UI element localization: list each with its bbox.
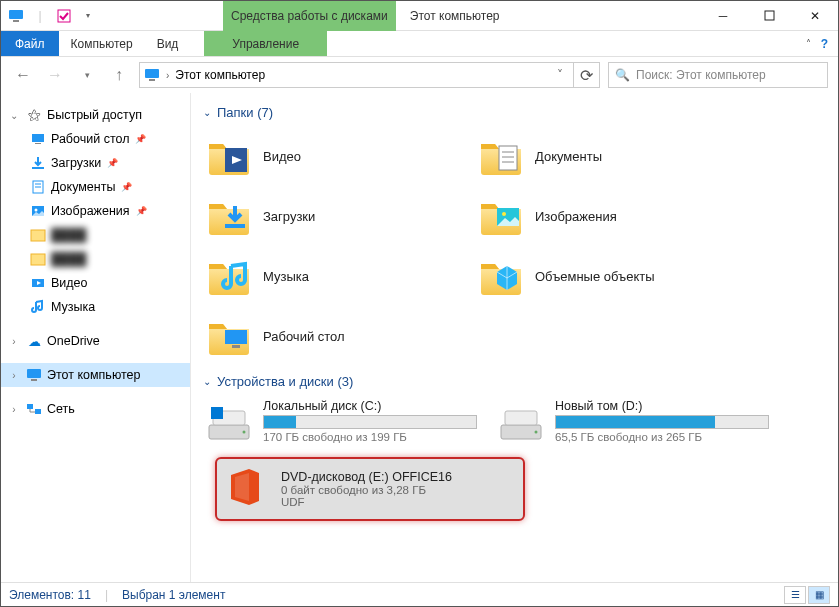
svg-rect-6 <box>765 11 774 20</box>
drive-c[interactable]: Локальный диск (C:)170 ГБ свободно из 19… <box>201 397 481 449</box>
tree-this-pc[interactable]: › Этот компьютер <box>1 363 190 387</box>
folder-pictures[interactable]: Изображения <box>473 188 733 244</box>
folder-label: Объемные объекты <box>535 269 655 284</box>
tab-computer[interactable]: Компьютер <box>59 31 145 56</box>
svg-rect-20 <box>27 369 41 378</box>
tree-quick-item[interactable]: Изображения📌 <box>1 199 190 223</box>
item-label: Видео <box>51 276 88 290</box>
pin-icon: 📌 <box>136 206 147 216</box>
tab-view[interactable]: Вид <box>145 31 191 56</box>
tab-manage[interactable]: Управление <box>204 31 327 56</box>
folder-label: Изображения <box>535 209 617 224</box>
svg-rect-5 <box>58 10 70 22</box>
drive-name: Локальный диск (C:) <box>263 399 477 413</box>
drive-name: DVD-дисковод (E:) OFFICE16 <box>281 470 517 484</box>
drive-d[interactable]: Новый том (D:)65,5 ГБ свободно из 265 ГБ <box>493 397 773 449</box>
drive-dvd[interactable]: DVD-дисковод (E:) OFFICE16 0 байт свобод… <box>215 457 525 521</box>
item-icon <box>29 130 47 148</box>
folder-icon <box>205 192 253 240</box>
title-bar: | ▾ Средства работы с дисками Этот компь… <box>1 1 838 31</box>
contextual-tab-group: Средства работы с дисками <box>223 1 396 31</box>
address-bar[interactable]: › Этот компьютер ˅ <box>139 62 574 88</box>
address-text: Этот компьютер <box>175 68 265 82</box>
svg-rect-21 <box>31 379 37 381</box>
cloud-icon: ☁ <box>25 332 43 350</box>
address-dropdown-icon[interactable]: ˅ <box>551 68 569 82</box>
chevron-down-icon[interactable]: ⌄ <box>7 110 21 121</box>
tree-quick-item[interactable]: Документы📌 <box>1 175 190 199</box>
office-icon <box>223 465 271 513</box>
ribbon-collapse-icon[interactable]: ˄ <box>806 38 811 49</box>
folder-desktop[interactable]: Рабочий стол <box>201 308 461 364</box>
tree-network[interactable]: › Сеть <box>1 397 190 421</box>
folder-icon <box>205 312 253 360</box>
tree-onedrive[interactable]: › ☁ OneDrive <box>1 329 190 353</box>
folder-video[interactable]: Видео <box>201 128 461 184</box>
folder-icon <box>477 132 525 180</box>
pin-icon: 📌 <box>121 182 132 192</box>
svg-rect-33 <box>232 345 240 348</box>
item-icon <box>29 154 47 172</box>
chevron-right-icon[interactable]: › <box>7 404 21 415</box>
help-icon[interactable]: ? <box>821 37 828 51</box>
folder-icon <box>205 252 253 300</box>
network-icon <box>25 400 43 418</box>
file-tab[interactable]: Файл <box>1 31 59 56</box>
tree-quick-access[interactable]: ⌄ ⚝ Быстрый доступ <box>1 103 190 127</box>
item-label: ████ <box>51 228 86 242</box>
folder-icon <box>477 252 525 300</box>
contextual-tab-label: Средства работы с дисками <box>231 9 388 23</box>
group-folders-header[interactable]: ⌄ Папки (7) <box>203 105 828 120</box>
folder-icon <box>477 192 525 240</box>
item-icon <box>29 202 47 220</box>
search-box[interactable]: 🔍 Поиск: Этот компьютер <box>608 62 828 88</box>
group-drives-header[interactable]: ⌄ Устройства и диски (3) <box>203 374 828 389</box>
svg-rect-9 <box>32 134 44 142</box>
svg-rect-22 <box>27 404 33 409</box>
qat-dropdown-icon[interactable]: ▾ <box>77 5 99 27</box>
qat-checkbox-icon[interactable] <box>53 5 75 27</box>
maximize-button[interactable] <box>746 1 792 30</box>
tree-quick-item[interactable]: ████ <box>1 247 190 271</box>
folder-downloads[interactable]: Загрузки <box>201 188 461 244</box>
minimize-button[interactable]: ─ <box>700 1 746 30</box>
svg-rect-23 <box>35 409 41 414</box>
chevron-down-icon: ⌄ <box>203 107 211 118</box>
chevron-right-icon[interactable]: › <box>7 370 21 381</box>
pc-icon <box>25 366 43 384</box>
tree-quick-item[interactable]: Видео <box>1 271 190 295</box>
svg-rect-7 <box>145 69 159 78</box>
qat-sep: | <box>29 5 51 27</box>
svg-rect-11 <box>32 167 44 169</box>
folder-docs[interactable]: Документы <box>473 128 733 184</box>
close-button[interactable]: ✕ <box>792 1 838 30</box>
search-icon: 🔍 <box>615 68 630 82</box>
folder-3d[interactable]: Объемные объекты <box>473 248 733 304</box>
status-item-count: Элементов: 11 <box>9 588 91 602</box>
tree-quick-item[interactable]: Загрузки📌 <box>1 151 190 175</box>
refresh-button[interactable]: ⟳ <box>574 62 600 88</box>
svg-rect-18 <box>31 254 45 265</box>
chevron-right-icon[interactable]: › <box>7 336 21 347</box>
up-button[interactable]: ↑ <box>107 63 131 87</box>
tree-quick-item[interactable]: Музыка <box>1 295 190 319</box>
search-placeholder: Поиск: Этот компьютер <box>636 68 766 82</box>
svg-rect-29 <box>225 224 245 228</box>
back-button[interactable]: ← <box>11 63 35 87</box>
tree-quick-item[interactable]: ████ <box>1 223 190 247</box>
forward-button[interactable]: → <box>43 63 67 87</box>
item-label: Музыка <box>51 300 95 314</box>
qat-pc-icon[interactable] <box>5 5 27 27</box>
drive-name: Новый том (D:) <box>555 399 769 413</box>
tree-quick-item[interactable]: Рабочий стол📌 <box>1 127 190 151</box>
pin-icon: 📌 <box>107 158 118 168</box>
svg-rect-10 <box>35 143 41 144</box>
item-label: Рабочий стол <box>51 132 129 146</box>
recent-dropdown[interactable]: ▾ <box>75 63 99 87</box>
item-icon <box>29 178 47 196</box>
folder-music[interactable]: Музыка <box>201 248 461 304</box>
view-tiles-button[interactable]: ▦ <box>808 586 830 604</box>
content-pane: ⌄ Папки (7) ВидеоДокументыЗагрузкиИзобра… <box>191 93 838 582</box>
view-details-button[interactable]: ☰ <box>784 586 806 604</box>
drive-icon <box>497 399 545 447</box>
